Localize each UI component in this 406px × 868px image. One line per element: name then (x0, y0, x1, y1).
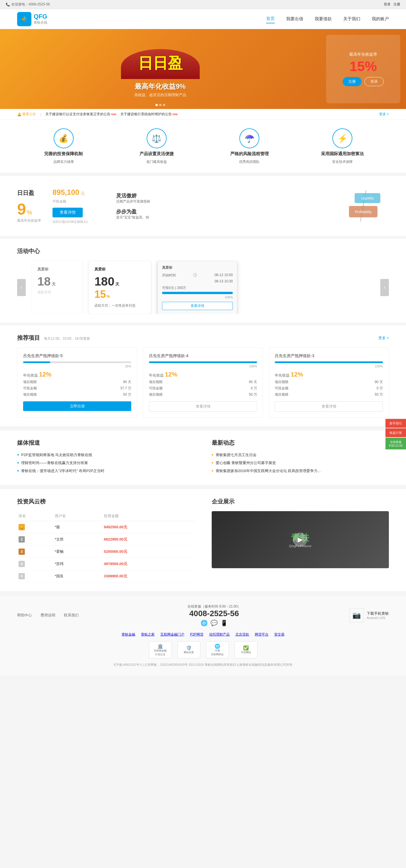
project-1-fill (23, 362, 50, 363)
user-5: *国良 (53, 570, 102, 583)
leaderboard-title: 投资风云榜 (17, 498, 195, 505)
media-title: 媒体报道 (17, 439, 195, 447)
footer-link-7[interactable]: 网贷平台 (255, 632, 269, 637)
footer-social-icons: 🌐 💬 📱 (187, 620, 241, 626)
card-1-pay: 还款方式 (37, 290, 77, 294)
footer-link-6[interactable]: 北京贷款 (236, 632, 249, 637)
media-dot-1: • (17, 453, 19, 458)
footer-fees[interactable]: 费用说明 (40, 613, 55, 618)
download-sub: Android | iOS (367, 616, 389, 620)
rank-badge-3: 3 (19, 549, 25, 555)
feature-2: ⚖️ 产品设置灵活便捷 低门槛高收益 (128, 128, 185, 164)
footer-help[interactable]: 帮助中心 (17, 613, 32, 618)
project-2-btn[interactable]: 查看详情 (149, 401, 257, 412)
card-main-tag: 真爱标 (94, 267, 145, 272)
col-username: 用户名 (53, 511, 102, 521)
expanded-progress-fill (162, 292, 233, 294)
amount-3: 5200000.00元 (102, 546, 195, 558)
amount-4: 4978500.00元 (102, 558, 195, 570)
news-item-1: • 青蚨集团七月员工生日会 (212, 453, 389, 458)
project-1-btn[interactable]: 立即出借 (23, 401, 131, 411)
media-text-1: P2P监管细则将落地 马太效应助力青蚨在线 (21, 453, 92, 458)
logo-icon: 🐝 (17, 12, 31, 26)
banner-desc: 高收益、超灵活的活期理财产品 (134, 92, 186, 98)
footer-link-5[interactable]: 信托理财产品 (209, 632, 230, 637)
sidebar-guide[interactable]: 新手指引 (385, 419, 406, 428)
project-3-total: 项目规模 50 万 (275, 392, 383, 397)
feature-icon-1: 💰 (54, 128, 73, 148)
carousel-prev-btn[interactable]: ‹ (17, 279, 26, 296)
dot-3[interactable] (163, 104, 165, 106)
footer-link-4[interactable]: P2P网贷 (190, 632, 204, 637)
banner-register-btn[interactable]: 注册 (343, 77, 362, 86)
daily-detail-btn[interactable]: 查看详情 (53, 208, 83, 217)
daily-rate-display: 9 % (17, 200, 41, 218)
sidebar-service[interactable]: 在线客服 9:00-21:00 (385, 438, 406, 449)
footer-contact[interactable]: 联系我们 (64, 613, 79, 618)
project-card-1: 吕先生房产抵押借款-5 25% 年化收益 12% 项目期限 90 天 可投金额 … (17, 347, 137, 417)
footer-link-8[interactable]: 管交易 (274, 632, 284, 637)
card-main-pay-value: 一次性还本付息 (112, 304, 135, 308)
notice-more[interactable]: 更多 > (379, 112, 389, 117)
qq-icon[interactable]: 📱 (221, 620, 228, 626)
footer-link-1[interactable]: 青蚨金融 (122, 632, 135, 637)
projects-more-link[interactable]: 更多 > (378, 336, 389, 341)
expanded-time-icon: 🕒 (193, 273, 197, 278)
footer-link-3[interactable]: 互联网金融门户 (160, 632, 184, 637)
dot-1[interactable] (156, 104, 158, 106)
nav-home[interactable]: 首页 (266, 14, 275, 23)
project-1-name: 吕先生房产抵押借款-5 (23, 353, 131, 359)
project-1-total-label: 项目规模 (23, 392, 37, 397)
banner-rate: 15% (349, 59, 377, 74)
welcome-text: 欢迎拨电：4008-2525-56 (11, 2, 50, 7)
badge-2: 🛡️ 网站信誉 (178, 641, 200, 658)
project-1-rate-label: 年化收益 12% (23, 371, 131, 378)
project-2-available: 可投金额 0 万 (149, 386, 257, 391)
nav-account[interactable]: 我的账户 (372, 15, 389, 23)
feature-4: ⚡ 采用国际通用加密算法 安全技术保障 (314, 128, 371, 164)
footer-download: 📷 下载手机青蚨 Android | iOS (349, 608, 389, 622)
project-3-term-label: 项目期限 (275, 380, 288, 384)
media-news-section: 媒体报道 • P2P监管细则将落地 马太效应助力青蚨在线 • 理财世时尚——青蚨… (0, 430, 406, 485)
project-2-rate: 12% (165, 371, 178, 378)
leaderboard-col: 投资风云榜 排名 用户名 投资金额 🏆 *薇 9492500.00元 2 *文胜 (17, 498, 195, 583)
footer-contact-phone: 4008-2525-56 (187, 609, 241, 618)
daily-decoration: Liquidity Profitability (332, 185, 389, 227)
weibo-icon[interactable]: 🌐 (200, 620, 208, 626)
nav-lend[interactable]: 我要出借 (286, 15, 303, 23)
project-2-total-label: 项目规模 (149, 392, 163, 397)
card-main-rate: 15% (94, 288, 145, 300)
projects-subtitle: 每天11:00、15:00、18:00更新 (44, 337, 90, 341)
expanded-detail-btn[interactable]: 查看详情 (162, 302, 233, 310)
notice-item-2[interactable]: 关于建设银行系统临时维护的公告new (120, 112, 178, 117)
activity-expanded-card: 真爱标 开始时间 🕒 08-12 15:00 08-13 10:30 可投0元 … (157, 261, 238, 314)
notice-item-1[interactable]: 关于建设银行认证支付业务恢复正常的公告new (45, 112, 116, 117)
dot-2[interactable] (159, 104, 161, 106)
project-1-term-label: 项目期限 (23, 380, 37, 384)
project-1-pct: 25% (23, 365, 131, 368)
daily-feature-1-title: 灵活傲娇 (116, 192, 150, 199)
daily-feature-2-title: 步步为盈 (116, 208, 150, 215)
banner: 日日盈 最高年化收益9% 高收益、超灵活的活期理财产品 最高年化收益率 15% … (0, 29, 406, 109)
wechat-icon[interactable]: 💬 (211, 620, 218, 626)
register-link[interactable]: 注册 (394, 2, 400, 7)
company-video[interactable]: 青蚨 QingFu Finance ▶ (212, 511, 389, 568)
projects-section: 推荐项目 每天11:00、15:00、18:00更新 更多 > 吕先生房产抵押借… (0, 326, 406, 426)
banner-title: 日日盈 (138, 53, 183, 73)
sidebar-calculator[interactable]: 收益计算 (385, 428, 406, 437)
media-text-3: 青蚨在线：债市场进入"2学冰时代" 布局P2P正当时 (21, 468, 104, 473)
nav-borrow[interactable]: 我要借款 (315, 15, 332, 23)
project-3-btn[interactable]: 查看详情 (275, 401, 383, 412)
carousel-next-btn[interactable]: › (380, 279, 389, 296)
project-2-name: 吕先生房产抵押借款-4 (149, 353, 257, 359)
footer-link-2[interactable]: 青蚨之家 (141, 632, 155, 637)
banner-login-btn[interactable]: 登录 (364, 77, 384, 86)
media-text-2: 理财世时尚——青蚨在线赢力支持分班展 (21, 460, 88, 466)
user-3: *霍畅 (53, 546, 102, 558)
feature-icon-2: ⚖️ (147, 128, 167, 148)
nav-about[interactable]: 关于我们 (343, 15, 361, 23)
expanded-amount: 可投0元 | 200万 (162, 285, 233, 290)
project-1-term: 项目期限 90 天 (23, 380, 131, 384)
login-link[interactable]: 登录 (384, 2, 391, 7)
play-button[interactable]: ▶ (293, 532, 307, 547)
